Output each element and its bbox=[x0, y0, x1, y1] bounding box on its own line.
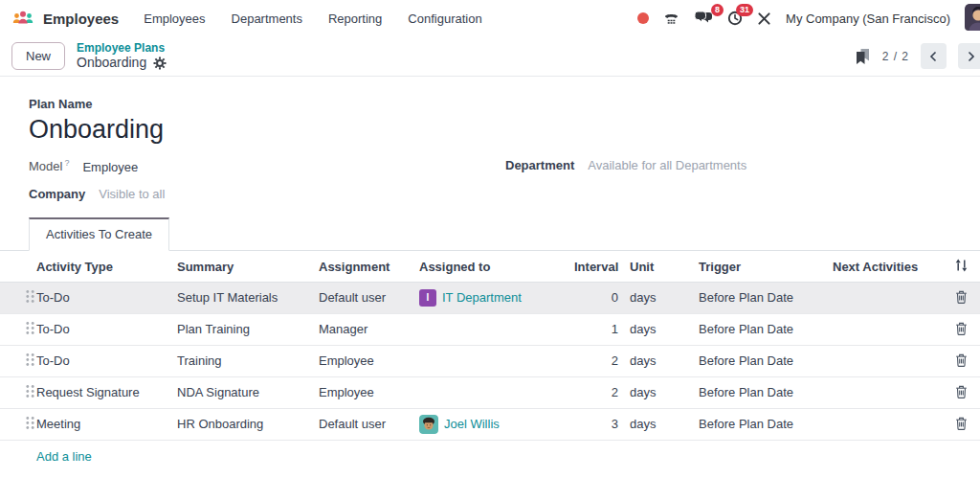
department-input[interactable]: Available for all Departments bbox=[588, 158, 746, 172]
cell-summary[interactable]: HR Onboarding bbox=[177, 408, 319, 440]
cell-next-activities[interactable] bbox=[833, 313, 943, 345]
cell-assignment[interactable]: Employee bbox=[319, 345, 419, 376]
cell-assignment[interactable]: Manager bbox=[319, 313, 419, 345]
cell-next-activities[interactable] bbox=[833, 408, 943, 440]
nav-item-configuration[interactable]: Configuration bbox=[408, 11, 481, 26]
tools-icon[interactable] bbox=[757, 11, 771, 26]
model-value[interactable]: Employee bbox=[82, 160, 138, 174]
cell-activity-type[interactable]: Request Signature bbox=[36, 376, 177, 408]
cell-unit[interactable]: days bbox=[624, 376, 699, 408]
messages-icon[interactable]: 8 bbox=[694, 11, 713, 26]
delete-row-button[interactable] bbox=[953, 352, 969, 369]
tab-activities-to-create[interactable]: Activities To Create bbox=[29, 217, 169, 251]
cell-assigned-to[interactable] bbox=[419, 313, 574, 345]
delete-row-button[interactable] bbox=[953, 320, 969, 337]
delete-row-button[interactable] bbox=[953, 288, 969, 306]
gear-icon[interactable] bbox=[153, 57, 167, 70]
cell-summary[interactable]: Plan Training bbox=[177, 313, 319, 345]
pager-previous-button[interactable] bbox=[921, 43, 947, 69]
record-dot-icon[interactable] bbox=[637, 12, 649, 24]
cell-assignment[interactable]: Default user bbox=[319, 282, 419, 313]
nav-item-reporting[interactable]: Reporting bbox=[328, 11, 382, 26]
cell-unit[interactable]: days bbox=[624, 345, 699, 376]
table-row[interactable]: Request Signature NDA Signature Employee… bbox=[0, 376, 980, 408]
cell-unit[interactable]: days bbox=[624, 282, 699, 313]
nav-item-departments[interactable]: Departments bbox=[232, 11, 302, 26]
cell-activity-type[interactable]: To-Do bbox=[36, 345, 177, 376]
user-photo-avatar bbox=[419, 415, 438, 434]
cell-unit[interactable]: days bbox=[624, 408, 699, 440]
employees-app-icon[interactable] bbox=[11, 8, 34, 29]
cell-activity-type[interactable]: Meeting bbox=[36, 408, 177, 440]
model-label: Model? bbox=[29, 158, 69, 173]
department-avatar: I bbox=[419, 289, 436, 307]
header-assigned-to[interactable]: Assigned to bbox=[419, 251, 574, 283]
drag-handle-icon[interactable] bbox=[0, 408, 36, 440]
cell-summary[interactable]: NDA Signature bbox=[177, 376, 319, 408]
table-row[interactable]: To-Do Training Employee 2 days Before Pl… bbox=[0, 345, 980, 376]
cell-interval[interactable]: 2 bbox=[574, 345, 624, 376]
cell-activity-type[interactable]: To-Do bbox=[36, 313, 177, 345]
header-unit[interactable]: Unit bbox=[624, 251, 699, 283]
cell-trigger[interactable]: Before Plan Date bbox=[699, 282, 833, 313]
top-navbar: Employees Employees Departments Reportin… bbox=[0, 0, 980, 36]
add-a-line-link[interactable]: Add a line bbox=[36, 449, 92, 464]
plan-name-input[interactable]: Onboarding bbox=[29, 114, 951, 145]
pager-next-button[interactable] bbox=[958, 43, 980, 69]
table-row[interactable]: To-Do Plan Training Manager 1 days Befor… bbox=[0, 313, 980, 345]
header-summary[interactable]: Summary bbox=[177, 251, 319, 283]
cell-activity-type[interactable]: To-Do bbox=[36, 282, 177, 313]
drag-handle-icon[interactable] bbox=[0, 345, 36, 376]
new-button[interactable]: New bbox=[11, 42, 65, 70]
table-row[interactable]: To-Do Setup IT Materials Default user I … bbox=[0, 282, 980, 313]
drag-handle-icon[interactable] bbox=[0, 313, 36, 345]
user-avatar[interactable] bbox=[965, 4, 980, 34]
cell-next-activities[interactable] bbox=[833, 345, 943, 376]
nav-item-employees[interactable]: Employees bbox=[144, 11, 205, 26]
drag-handle-icon[interactable] bbox=[0, 376, 36, 408]
cell-assigned-to[interactable]: I IT Department bbox=[419, 282, 574, 313]
cell-assignment[interactable]: Employee bbox=[319, 376, 419, 408]
bookmark-icon[interactable] bbox=[855, 48, 871, 65]
cell-unit[interactable]: days bbox=[624, 313, 699, 345]
assigned-to-link[interactable]: Joel Willis bbox=[444, 417, 500, 431]
activities-clock-icon[interactable]: 31 bbox=[727, 11, 743, 26]
cell-summary[interactable]: Setup IT Materials bbox=[177, 282, 319, 313]
assigned-to-link[interactable]: IT Department bbox=[442, 290, 522, 305]
department-field: Department Available for all Departments bbox=[505, 158, 951, 173]
cell-assigned-to[interactable] bbox=[419, 345, 574, 376]
cell-next-activities[interactable] bbox=[833, 376, 943, 408]
cell-assigned-to[interactable]: Joel Willis bbox=[419, 408, 574, 440]
company-switcher[interactable]: My Company (San Francisco) bbox=[786, 11, 950, 26]
cell-summary[interactable]: Training bbox=[177, 345, 319, 376]
header-interval[interactable]: Interval bbox=[574, 251, 624, 283]
drag-handle-icon[interactable] bbox=[0, 282, 36, 313]
app-name[interactable]: Employees bbox=[43, 11, 119, 27]
delete-row-button[interactable] bbox=[953, 415, 969, 432]
app-window: Employees Employees Departments Reportin… bbox=[0, 0, 980, 478]
breadcrumb-parent[interactable]: Employee Plans bbox=[77, 41, 167, 55]
table-row[interactable]: Meeting HR Onboarding Default user bbox=[0, 408, 980, 440]
header-trigger[interactable]: Trigger bbox=[699, 251, 833, 283]
header-drag-spacer bbox=[0, 251, 36, 283]
cell-interval[interactable]: 2 bbox=[574, 376, 624, 408]
chevron-right-icon bbox=[967, 51, 975, 62]
cell-trigger[interactable]: Before Plan Date bbox=[699, 313, 833, 345]
cell-interval[interactable]: 1 bbox=[574, 313, 624, 345]
voip-phone-icon[interactable] bbox=[663, 11, 679, 26]
company-input[interactable]: Visible to all bbox=[99, 187, 165, 201]
header-next-activities[interactable]: Next Activities bbox=[833, 251, 943, 283]
header-activity-type[interactable]: Activity Type bbox=[36, 251, 177, 283]
model-help-icon[interactable]: ? bbox=[64, 158, 69, 168]
delete-row-button[interactable] bbox=[953, 383, 969, 400]
cell-interval[interactable]: 0 bbox=[574, 282, 624, 313]
cell-assignment[interactable]: Default user bbox=[319, 408, 419, 440]
cell-interval[interactable]: 3 bbox=[574, 408, 624, 440]
cell-next-activities[interactable] bbox=[833, 282, 943, 313]
cell-trigger[interactable]: Before Plan Date bbox=[699, 408, 833, 440]
cell-assigned-to[interactable] bbox=[419, 376, 574, 408]
cell-trigger[interactable]: Before Plan Date bbox=[699, 345, 833, 376]
header-assignment[interactable]: Assignment bbox=[319, 251, 419, 283]
cell-trigger[interactable]: Before Plan Date bbox=[699, 376, 833, 408]
optional-columns-icon[interactable] bbox=[943, 251, 980, 283]
